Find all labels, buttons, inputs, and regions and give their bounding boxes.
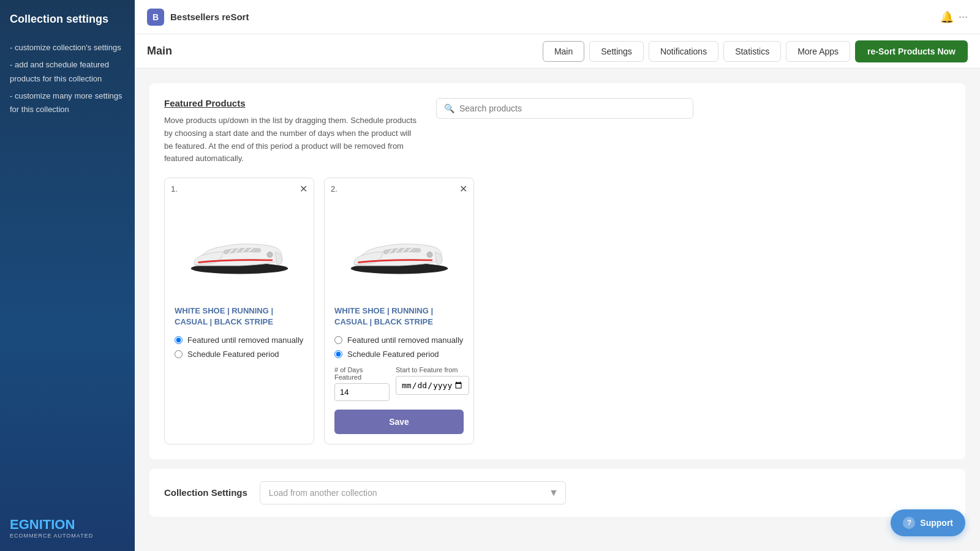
- days-input[interactable]: [334, 383, 390, 401]
- card-close-2[interactable]: ✕: [459, 183, 467, 195]
- product-name-2: WHITE SHOE | RUNNING | CASUAL | BLACK ST…: [334, 305, 464, 328]
- brand-name: EGNITION: [10, 517, 125, 533]
- card-number-2: 2.: [331, 184, 337, 193]
- schedule-fields: # of Days Featured Start to Feature from: [334, 366, 464, 401]
- sidebar-item-2: - add and schedule featured products for…: [10, 58, 125, 85]
- date-label: Start to Feature from: [396, 366, 469, 373]
- tab-more-apps[interactable]: More Apps: [786, 41, 850, 62]
- radio-schedule-1[interactable]: Schedule Featured period: [175, 350, 304, 359]
- brand-letter-rest: GNITION: [19, 517, 75, 532]
- radio-manual-label-1: Featured until removed manually: [187, 335, 303, 345]
- radio-schedule-input-2[interactable]: [334, 350, 342, 358]
- section-description: Move products up/down in the list by dra…: [164, 114, 421, 165]
- tab-settings[interactable]: Settings: [589, 41, 644, 62]
- save-button[interactable]: Save: [334, 410, 464, 434]
- section-info: Featured Products Move products up/down …: [164, 98, 421, 165]
- card-number-1: 1.: [171, 184, 178, 193]
- nav-area: Main Main Settings Notifications Statist…: [135, 34, 980, 69]
- content-area: Featured Products Move products up/down …: [135, 69, 980, 551]
- bell-icon[interactable]: 🔔: [940, 10, 954, 24]
- radio-schedule-label-1: Schedule Featured period: [187, 350, 279, 359]
- card-close-1[interactable]: ✕: [300, 183, 307, 195]
- days-label: # of Days Featured: [334, 366, 390, 381]
- sidebar-item-3: - customize many more settings for this …: [10, 89, 125, 116]
- app-name: Bestsellers reSort: [170, 12, 934, 22]
- support-button[interactable]: ? Support: [891, 509, 965, 536]
- radio-manual-input-2[interactable]: [334, 336, 342, 344]
- radio-group-1: Featured until removed manually Schedule…: [175, 335, 304, 359]
- main-area: B Bestsellers reSort 🔔 ··· Main Main Set…: [135, 0, 980, 551]
- brand-area: EGNITION ECOMMERCE AUTOMATED: [10, 517, 125, 539]
- topbar: B Bestsellers reSort 🔔 ···: [135, 0, 980, 34]
- collection-select[interactable]: Load from another collection: [260, 481, 566, 504]
- collection-settings-section: Collection Settings Load from another co…: [149, 469, 965, 517]
- more-icon[interactable]: ···: [959, 10, 968, 23]
- sidebar: Collection settings - customize collecti…: [0, 0, 135, 551]
- app-icon: B: [147, 9, 164, 26]
- radio-schedule-2[interactable]: Schedule Featured period: [334, 350, 464, 359]
- page-title: Main: [147, 45, 172, 58]
- section-title: Featured Products: [164, 98, 421, 108]
- collection-settings-label: Collection Settings: [164, 487, 247, 498]
- support-icon: ?: [903, 517, 915, 529]
- product-card-1: 1. ✕: [164, 178, 314, 444]
- section-header: Featured Products Move products up/down …: [164, 98, 951, 165]
- radio-manual-2[interactable]: Featured until removed manually: [334, 335, 464, 345]
- support-question-mark: ?: [907, 519, 911, 527]
- search-input[interactable]: [459, 103, 685, 113]
- radio-schedule-input-1[interactable]: [175, 350, 183, 358]
- radio-group-2: Featured until removed manually Schedule…: [334, 335, 464, 359]
- support-label: Support: [920, 518, 953, 528]
- sidebar-content: - customize collection's settings - add …: [10, 41, 125, 116]
- search-icon: 🔍: [444, 103, 454, 113]
- sidebar-title: Collection settings: [10, 12, 125, 26]
- resort-button[interactable]: re-Sort Products Now: [855, 40, 968, 62]
- date-field-group: Start to Feature from: [396, 366, 469, 395]
- brand-subtitle: ECOMMERCE AUTOMATED: [10, 533, 125, 539]
- collection-select-wrap: Load from another collection ▼: [260, 481, 566, 504]
- topbar-icons: 🔔 ···: [940, 10, 968, 24]
- tab-notifications[interactable]: Notifications: [649, 41, 718, 62]
- search-box[interactable]: 🔍: [436, 98, 693, 119]
- days-field-group: # of Days Featured: [334, 366, 390, 401]
- svg-point-5: [267, 252, 273, 258]
- date-input[interactable]: [396, 376, 469, 395]
- sidebar-item-1: - customize collection's settings: [10, 41, 125, 54]
- product-image-1: [175, 200, 304, 298]
- radio-schedule-label-2: Schedule Featured period: [347, 350, 439, 359]
- tab-statistics[interactable]: Statistics: [723, 41, 781, 62]
- shoe-svg-2: [344, 219, 454, 280]
- product-name-1: WHITE SHOE | RUNNING | CASUAL | BLACK ST…: [175, 305, 304, 328]
- product-card-2: 2. ✕: [324, 178, 474, 444]
- radio-manual-label-2: Featured until removed manually: [347, 335, 463, 345]
- radio-manual-1[interactable]: Featured until removed manually: [175, 335, 304, 345]
- radio-manual-input-1[interactable]: [175, 336, 183, 344]
- brand-letter-e: E: [10, 517, 19, 532]
- product-image-2: [334, 200, 464, 298]
- products-grid: 1. ✕: [164, 178, 951, 444]
- svg-point-11: [427, 252, 432, 258]
- shoe-svg-1: [184, 219, 295, 280]
- featured-products-section: Featured Products Move products up/down …: [149, 83, 965, 459]
- tab-main[interactable]: Main: [543, 41, 584, 62]
